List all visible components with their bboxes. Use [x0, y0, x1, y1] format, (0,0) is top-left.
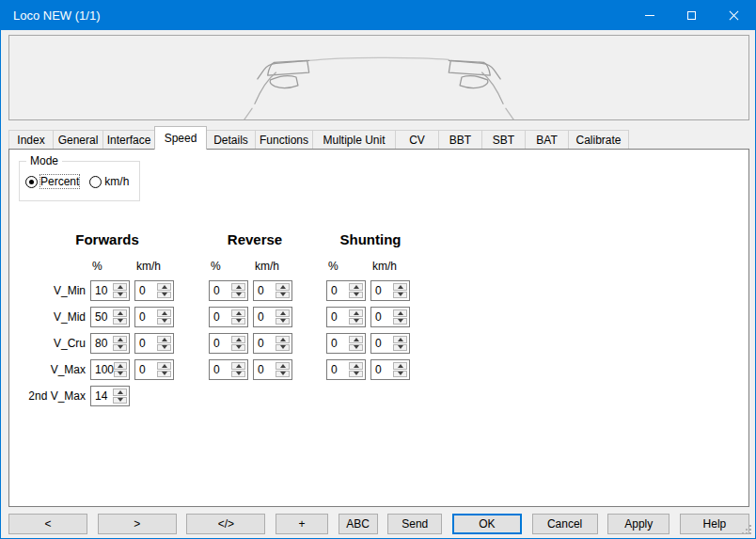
spin-up-button[interactable] [393, 283, 407, 291]
spin-up-button[interactable] [113, 309, 127, 317]
spin-down-button[interactable] [157, 292, 171, 299]
add-button[interactable]: + [276, 514, 328, 534]
spin-up-button[interactable] [113, 283, 127, 291]
spinner-vmax-reverse-kmh[interactable]: 0 [253, 359, 292, 380]
spin-down-button[interactable] [349, 292, 363, 299]
spinner-vcru-forwards-kmh[interactable]: 0 [134, 333, 174, 354]
cancel-button[interactable]: Cancel [532, 514, 598, 534]
spin-down-button[interactable] [393, 318, 407, 325]
spinner-2nd-vmax-forwards-percent[interactable]: 14 [90, 386, 130, 406]
spin-down-button[interactable] [231, 344, 245, 352]
spinner-vmin-reverse-kmh[interactable]: 0 [253, 280, 292, 301]
spinner-vmin-shunting-kmh[interactable]: 0 [370, 280, 410, 301]
spin-down-button[interactable] [393, 371, 407, 378]
spin-down-button[interactable] [113, 318, 127, 325]
spin-down-button[interactable] [231, 292, 245, 299]
spin-up-button[interactable] [349, 283, 363, 291]
spin-down-button[interactable] [393, 292, 407, 299]
spin-up-button[interactable] [113, 336, 127, 343]
tab-speed[interactable]: Speed [154, 126, 207, 150]
tab-interface[interactable]: Interface [102, 130, 155, 149]
spin-up-button[interactable] [349, 309, 363, 317]
spinner-vcru-forwards-percent[interactable]: 80 [90, 333, 130, 354]
spinner-vmin-reverse-percent[interactable]: 0 [209, 280, 248, 301]
spin-down-button[interactable] [393, 344, 407, 352]
spinner-vmax-reverse-percent[interactable]: 0 [209, 359, 248, 380]
tab-calibrate[interactable]: Calibrate [568, 130, 629, 149]
spin-up-button[interactable] [231, 336, 245, 343]
spinner-vmin-shunting-percent[interactable]: 0 [326, 280, 366, 301]
spin-up-button[interactable] [276, 336, 290, 343]
tab-sbt[interactable]: SBT [481, 130, 526, 149]
apply-button[interactable]: Apply [607, 514, 669, 534]
abc-button[interactable]: ABC [339, 514, 378, 534]
spinner-vmax-forwards-percent[interactable]: 100 [90, 359, 130, 380]
spinner-vmid-shunting-percent[interactable]: 0 [326, 307, 366, 327]
spin-up-button[interactable] [157, 336, 171, 343]
spinner-vmid-forwards-kmh[interactable]: 0 [134, 307, 174, 327]
tab-general[interactable]: General [53, 130, 103, 149]
spin-down-button[interactable] [113, 292, 127, 299]
spinner-vmid-reverse-percent[interactable]: 0 [209, 307, 248, 327]
spinner-vcru-reverse-kmh[interactable]: 0 [253, 333, 292, 354]
tab-bat[interactable]: BAT [525, 130, 569, 149]
tab-functions[interactable]: Functions [255, 130, 313, 149]
spinner-vcru-shunting-kmh[interactable]: 0 [370, 333, 410, 354]
spin-up-button[interactable] [157, 362, 171, 370]
maximize-button[interactable] [670, 1, 713, 30]
tab-multiple-unit[interactable]: Multiple Unit [312, 130, 396, 149]
spin-up-button[interactable] [114, 362, 127, 370]
spinner-vcru-reverse-percent[interactable]: 0 [209, 333, 248, 354]
spinner-vmin-forwards-kmh[interactable]: 0 [134, 280, 174, 301]
spin-down-button[interactable] [349, 318, 363, 325]
spin-down-button[interactable] [114, 371, 127, 378]
spin-up-button[interactable] [157, 309, 171, 317]
spin-down-button[interactable] [231, 318, 245, 325]
next-loco-button[interactable]: > [98, 514, 177, 534]
help-button[interactable]: Help [680, 514, 749, 534]
radio-percent[interactable]: Percent [25, 175, 79, 188]
spin-down-button[interactable] [157, 371, 171, 378]
spin-down-button[interactable] [349, 371, 363, 378]
spin-up-button[interactable] [276, 283, 290, 291]
spinner-vmid-reverse-kmh[interactable]: 0 [253, 307, 292, 327]
spin-up-button[interactable] [231, 283, 245, 291]
spin-up-button[interactable] [393, 362, 407, 370]
spin-down-button[interactable] [157, 318, 171, 325]
spinner-vcru-shunting-percent[interactable]: 0 [326, 333, 366, 354]
spin-up-button[interactable] [231, 309, 245, 317]
tab-cv[interactable]: CV [395, 130, 439, 149]
spinner-vmax-shunting-kmh[interactable]: 0 [370, 359, 410, 380]
ok-button[interactable]: OK [452, 514, 522, 534]
spin-down-button[interactable] [276, 371, 290, 378]
spin-up-button[interactable] [349, 362, 363, 370]
spin-up-button[interactable] [393, 336, 407, 343]
spin-up-button[interactable] [157, 283, 171, 291]
spin-up-button[interactable] [349, 336, 363, 343]
spinner-vmax-forwards-kmh[interactable]: 0 [134, 359, 174, 380]
spin-up-button[interactable] [393, 309, 407, 317]
spin-down-button[interactable] [349, 344, 363, 352]
close-button[interactable] [713, 1, 755, 30]
minimize-button[interactable] [628, 1, 670, 30]
spinner-vmid-shunting-kmh[interactable]: 0 [370, 307, 410, 327]
spinner-vmid-forwards-percent[interactable]: 50 [90, 307, 130, 327]
tab-details[interactable]: Details [206, 130, 256, 149]
tab-bbt[interactable]: BBT [438, 130, 482, 149]
spin-down-button[interactable] [276, 318, 290, 325]
spin-up-button[interactable] [276, 309, 290, 317]
resize-grip-icon[interactable] [749, 532, 751, 534]
tab-index[interactable]: Index [8, 130, 54, 149]
code-button[interactable]: </> [186, 514, 265, 534]
spinner-vmin-forwards-percent[interactable]: 10 [90, 280, 130, 301]
spin-up-button[interactable] [276, 362, 290, 370]
spin-down-button[interactable] [276, 292, 290, 299]
spin-down-button[interactable] [276, 344, 290, 352]
radio-kmh[interactable]: km/h [89, 175, 129, 188]
spinner-vmax-shunting-percent[interactable]: 0 [326, 359, 366, 380]
spin-down-button[interactable] [157, 344, 171, 352]
spin-down-button[interactable] [113, 344, 127, 352]
spin-down-button[interactable] [231, 371, 245, 378]
spin-up-button[interactable] [231, 362, 245, 370]
prev-loco-button[interactable]: < [8, 514, 87, 534]
